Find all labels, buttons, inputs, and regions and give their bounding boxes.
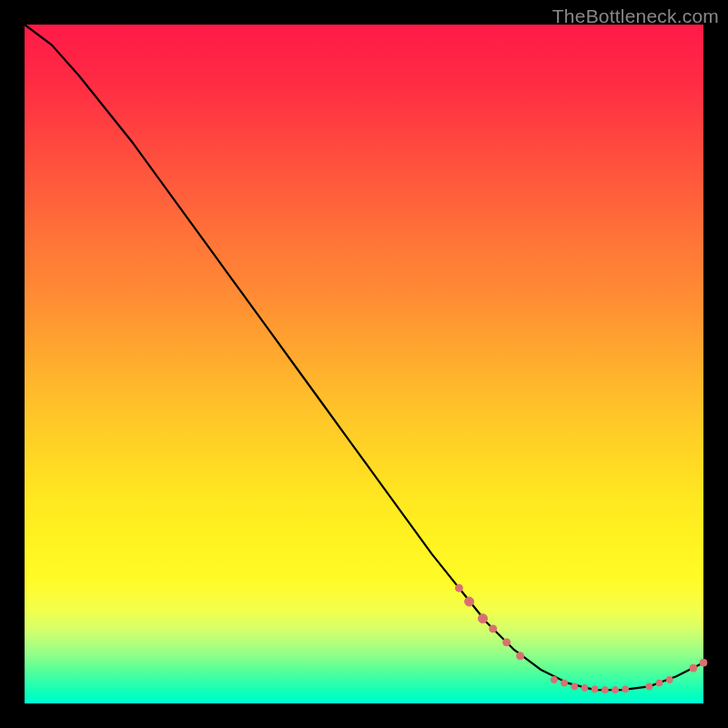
data-point: [455, 584, 462, 592]
data-point: [551, 676, 557, 682]
data-point: [646, 683, 652, 690]
plot-area: [25, 25, 703, 703]
data-point: [602, 687, 608, 693]
chart-stage: TheBottleneck.com: [0, 0, 728, 728]
bottleneck-curve: [25, 25, 703, 690]
data-markers: [455, 584, 707, 693]
data-point: [561, 680, 568, 686]
data-point: [479, 614, 488, 623]
data-point: [622, 686, 629, 693]
chart-overlay: [25, 25, 703, 703]
data-point: [465, 597, 474, 606]
data-point: [490, 625, 497, 632]
data-point: [503, 639, 511, 646]
data-point: [700, 659, 707, 666]
data-point: [581, 684, 588, 691]
data-point: [690, 664, 697, 672]
data-point: [517, 652, 524, 660]
data-point: [666, 676, 672, 682]
data-point: [656, 680, 662, 686]
data-point: [592, 686, 598, 693]
data-point: [612, 687, 619, 693]
data-point: [571, 683, 578, 690]
